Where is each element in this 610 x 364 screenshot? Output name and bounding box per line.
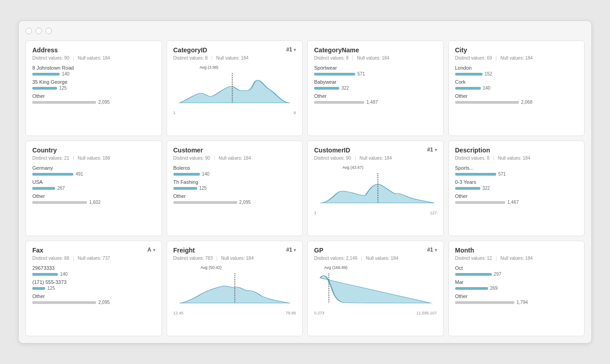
- card-title-month: Month: [455, 247, 474, 254]
- maximize-button[interactable]: [46, 28, 52, 34]
- value-bar: [455, 87, 481, 90]
- item-label: 35 King George: [32, 79, 155, 85]
- card-badge-gp[interactable]: #1 ▾: [427, 247, 437, 253]
- bar-value: 267: [57, 186, 65, 191]
- bar-container: 125: [32, 286, 155, 291]
- card-header-fax: FaxA ▾: [32, 247, 155, 254]
- bar-container: 1,487: [314, 100, 437, 105]
- other-bar: [455, 301, 514, 304]
- chart-axis-labels: 0.27311,595.107: [314, 311, 437, 315]
- bar-container: 322: [455, 186, 578, 191]
- bar-container: 140: [32, 71, 155, 76]
- distinct-values: Distinct values: 12: [455, 256, 492, 261]
- item-label: London: [455, 65, 578, 71]
- bar-value: 1,794: [517, 300, 528, 305]
- bar-value: 571: [498, 172, 506, 177]
- bar-value: 140: [60, 272, 68, 277]
- card-meta-categoryid: Distinct values: 8|Null values: 184: [173, 56, 296, 61]
- card-badge-fax[interactable]: A ▾: [147, 247, 155, 253]
- close-button[interactable]: [25, 28, 32, 34]
- value-bar: [32, 273, 58, 276]
- chart-area: [173, 73, 296, 107]
- null-values: Null values: 188: [78, 156, 110, 161]
- null-values: Null values: 184: [366, 256, 398, 261]
- avg-label: Avg (166.89): [314, 265, 437, 270]
- bar-value: 322: [341, 86, 349, 91]
- bar-value: 1,602: [89, 200, 101, 205]
- card-meta-country: Distinct values: 21|Null values: 188: [32, 156, 155, 161]
- chevron-icon: ▾: [153, 248, 155, 253]
- null-values: Null values: 184: [500, 256, 533, 261]
- minimize-button[interactable]: [36, 28, 42, 34]
- other-bar: [314, 101, 364, 104]
- card-country: CountryDistinct values: 21|Null values: …: [25, 141, 162, 236]
- value-bar: [455, 173, 496, 176]
- list-item: Oct297: [455, 265, 578, 277]
- bar-value: 297: [494, 272, 502, 277]
- item-label: Mar: [455, 279, 578, 285]
- bar-container: 571: [314, 71, 437, 76]
- value-bar: [32, 287, 45, 290]
- card-header-categoryname: CategoryName: [314, 46, 437, 54]
- card-title-freight: Freight: [173, 247, 195, 254]
- card-categoryname: CategoryNameDistinct values: 8|Null valu…: [307, 40, 444, 136]
- histogram-chart: [314, 173, 437, 205]
- card-meta-address: Distinct values: 90|Null values: 184: [32, 56, 155, 61]
- distinct-values: Distinct values: 783: [173, 256, 213, 261]
- chart-axis-labels: 18: [173, 111, 296, 115]
- item-label: Oct: [455, 265, 578, 271]
- item-label: USA: [32, 179, 155, 185]
- card-badge-customerid[interactable]: #1 ▾: [427, 147, 437, 153]
- card-freight: Freight#1 ▾Distinct values: 783|Null val…: [167, 241, 303, 336]
- null-values: Null values: 184: [221, 256, 254, 261]
- card-header-city: City: [455, 46, 578, 54]
- bar-value: 2,095: [98, 100, 110, 105]
- card-badge-freight[interactable]: #1 ▾: [286, 247, 296, 253]
- card-meta-customerid: Distinct values: 90|Null values: 184: [314, 156, 437, 161]
- item-label: Babywear: [314, 79, 437, 85]
- title-bar: [25, 28, 585, 34]
- chart-min-label: 12.45: [173, 311, 184, 315]
- card-header-address: Address: [32, 46, 155, 54]
- other-bar: [32, 101, 96, 104]
- value-bar: [455, 273, 492, 276]
- bar-value: 125: [47, 286, 55, 291]
- value-bar: [32, 173, 73, 176]
- item-label: Sportwear: [314, 65, 437, 71]
- card-badge-categoryid[interactable]: #1 ▾: [286, 46, 296, 53]
- card-title-categoryid: CategoryID: [173, 46, 208, 54]
- list-item: Sportwear571: [314, 65, 437, 76]
- list-item: Other2,068: [455, 93, 578, 105]
- list-item: Cork140: [455, 79, 578, 91]
- chevron-icon: ▾: [435, 248, 437, 253]
- distinct-values: Distinct values: 90: [32, 56, 69, 61]
- distinct-values: Distinct values: 2,149: [314, 256, 357, 261]
- bar-container: 297: [455, 272, 578, 277]
- bar-container: 140: [455, 86, 578, 91]
- chart-area: [314, 273, 437, 307]
- item-label: Sports...: [455, 165, 578, 171]
- bar-container: 152: [455, 71, 578, 76]
- bar-value: 2,068: [521, 100, 533, 105]
- value-bar: [32, 187, 55, 190]
- card-title-fax: Fax: [32, 247, 43, 254]
- histogram-chart: [173, 73, 296, 105]
- value-bar: [173, 187, 197, 190]
- bar-container: 2,095: [173, 200, 296, 205]
- card-meta-city: Distinct values: 69|Null values: 184: [455, 56, 578, 61]
- list-item: Other1,487: [314, 93, 437, 105]
- bar-container: 140: [173, 172, 296, 177]
- card-title-customerid: CustomerID: [314, 147, 350, 154]
- chart-area: [314, 173, 437, 207]
- card-title-customer: Customer: [173, 147, 203, 154]
- bar-container: 269: [455, 286, 578, 291]
- distinct-values: Distinct values: 8: [314, 56, 349, 61]
- card-title-gp: GP: [314, 247, 323, 254]
- bar-value: 140: [202, 172, 210, 177]
- chart-max-label: 8: [294, 111, 296, 115]
- list-item: 29673333140: [32, 265, 155, 277]
- bar-value: 269: [490, 286, 498, 291]
- value-bar: [32, 73, 60, 76]
- value-bar: [314, 73, 355, 76]
- bar-container: 2,095: [32, 100, 155, 105]
